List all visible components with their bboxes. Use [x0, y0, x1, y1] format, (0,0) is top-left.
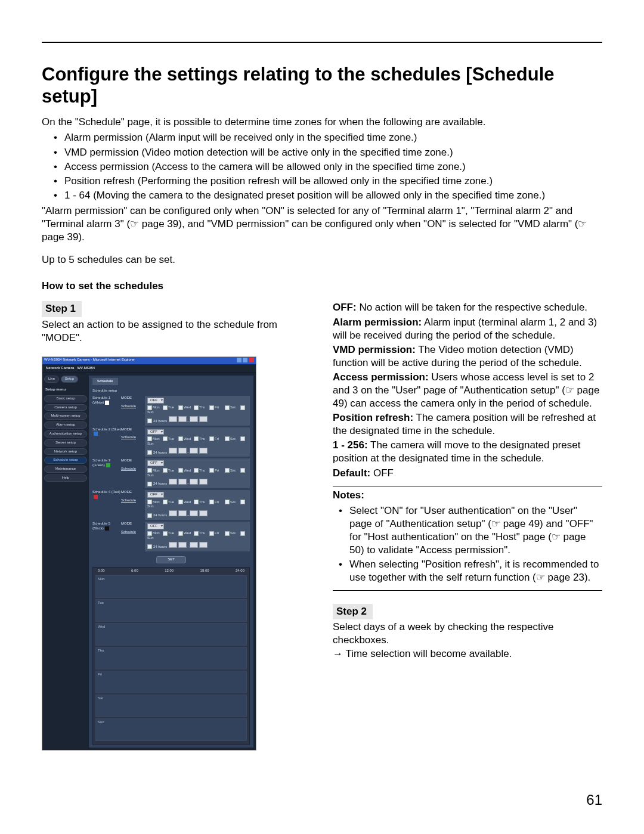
intro-after: "Alarm permission" can be configured onl…	[42, 204, 602, 244]
timeline-row: Fri	[95, 671, 247, 693]
sidebar-item-alarm[interactable]: Alarm setup	[44, 421, 87, 429]
mode-select-4[interactable]: OFF	[147, 492, 164, 498]
opt-alarm-label: Alarm permission:	[333, 317, 422, 328]
bullet: Alarm permission (Alarm input will be re…	[64, 131, 602, 144]
tab-setup[interactable]: Setup	[61, 376, 79, 383]
sched-4-label: Schedule 4 (Red)	[92, 490, 120, 494]
sidebar-item-camera[interactable]: Camera setup	[44, 404, 87, 411]
schedule-link[interactable]: Schedule	[121, 404, 145, 409]
timeline-row: Wed	[95, 623, 247, 646]
mode-select-1[interactable]: OFF	[147, 398, 164, 404]
mode-select-3[interactable]: OFF	[147, 460, 164, 466]
opt-vmd-label: VMD permission:	[333, 344, 416, 355]
brand-label: Network Camera	[46, 366, 74, 370]
mode-select-5[interactable]: OFF	[147, 523, 164, 529]
opt-off-text: No action will be taken for the respecti…	[357, 302, 587, 313]
note: When selecting "Position refresh", it is…	[349, 558, 602, 584]
bullet: Position refresh (Performing the positio…	[64, 175, 602, 188]
sidebar-item-server[interactable]: Server setup	[44, 439, 87, 447]
opt-access-label: Access permission:	[333, 371, 429, 383]
minimize-icon[interactable]	[237, 358, 242, 362]
timeline: 0:006:0012:0018:0024:00 Mon Tue Wed Thu …	[92, 567, 250, 746]
timeline-row: Thu	[95, 647, 247, 669]
opt-pos-label: Position refresh:	[333, 412, 413, 423]
notes-heading: Notes:	[333, 489, 602, 502]
timeline-row: Sun	[95, 718, 247, 741]
timeline-row: Mon	[95, 575, 247, 598]
sidebar-item-schedule[interactable]: Schedule setup	[44, 457, 87, 464]
sidebar-heading: Setup menu	[44, 385, 87, 393]
set-button[interactable]: SET	[156, 556, 186, 563]
sidebar-item-basic[interactable]: Basic setup	[44, 395, 87, 402]
bullet: Access permission (Access to the camera …	[64, 160, 602, 173]
opt-range-text: The camera will move to the designated p…	[333, 439, 580, 464]
intro-line: On the "Schedule" page, it is possible t…	[42, 116, 602, 129]
sidebar-item-help[interactable]: Help	[44, 475, 87, 482]
maximize-icon[interactable]	[243, 358, 247, 362]
tab-live[interactable]: Live	[44, 376, 59, 383]
sidebar-item-maintenance[interactable]: Maintenance	[44, 466, 87, 473]
step-1-text: Select an action to be assigned to the s…	[42, 318, 311, 345]
sidebar-item-network[interactable]: Network setup	[44, 448, 87, 455]
timeline-row: Sat	[95, 695, 247, 717]
intro-bullets: Alarm permission (Alarm input will be re…	[42, 131, 602, 201]
bullet: VMD permission (Video motion detection w…	[64, 146, 602, 159]
mode-label: MODE	[121, 396, 132, 399]
step-1-label: Step 1	[42, 301, 82, 317]
timeline-row: Tue	[95, 599, 247, 622]
opt-default-label: Default:	[333, 467, 370, 479]
mode-select-2[interactable]: OFF	[147, 429, 164, 435]
app-screenshot: WV-NS954 Network Camera - Microsoft Inte…	[42, 356, 256, 751]
intro-limit: Up to 5 schedules can be set.	[42, 253, 602, 266]
intro: On the "Schedule" page, it is possible t…	[42, 116, 602, 266]
opt-range-label: 1 - 256:	[333, 439, 368, 451]
opt-default-value: OFF	[370, 467, 394, 479]
main-tab-schedule[interactable]: Schedule	[92, 378, 118, 385]
note: Select "ON" for "User authentication" on…	[349, 504, 602, 557]
close-icon[interactable]	[249, 358, 254, 362]
opt-off-label: OFF:	[333, 302, 357, 313]
step-2-text: Select days of a week by checking the re…	[333, 621, 602, 647]
sidebar-item-auth[interactable]: Authentication setup	[44, 430, 87, 438]
model-label: WV-NS954	[77, 366, 95, 370]
page-number: 61	[586, 790, 602, 809]
window-title: WV-NS954 Network Camera - Microsoft Inte…	[44, 358, 135, 364]
sched-2-label: Schedule 2 (Blue)	[92, 427, 121, 431]
step-2-text2: → Time selection will become available.	[333, 647, 602, 661]
step-2-label: Step 2	[333, 604, 373, 619]
howto-heading: How to set the schedules	[42, 280, 602, 293]
sidebar-item-multiscreen[interactable]: Multi-screen setup	[44, 413, 87, 420]
section-title: Schedule setup	[92, 389, 250, 393]
page-title: Configure the settings relating to the s…	[42, 63, 602, 107]
bullet: 1 - 64 (Moving the camera to the designa…	[64, 189, 602, 202]
